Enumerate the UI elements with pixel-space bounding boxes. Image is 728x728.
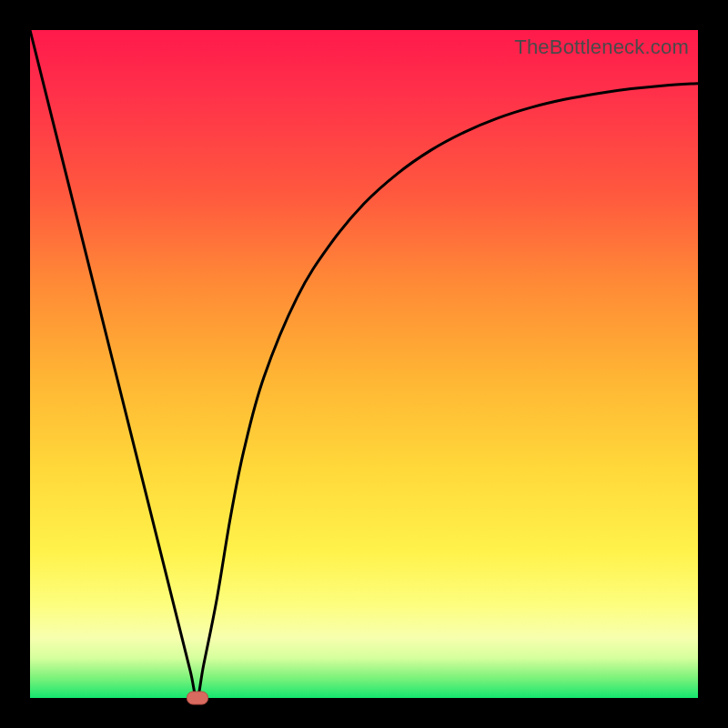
- chart-frame: TheBottleneck.com: [0, 0, 728, 728]
- bottleneck-curve: [30, 30, 698, 698]
- minimum-marker: [187, 692, 208, 705]
- plot-area: TheBottleneck.com: [30, 30, 698, 698]
